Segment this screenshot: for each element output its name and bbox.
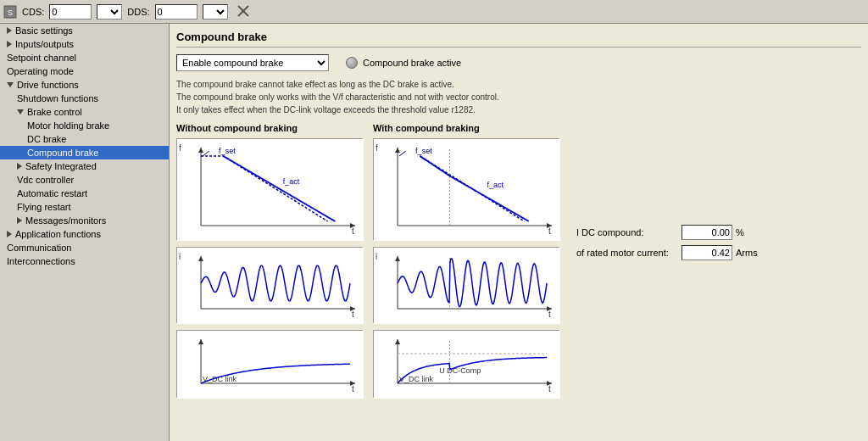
- sidebar-item-basic-settings[interactable]: Basic settings: [0, 24, 169, 37]
- info-line-2: The compound brake only works with the V…: [176, 91, 861, 103]
- sidebar-label: Flying restart: [17, 202, 71, 212]
- info-line-1: The compound brake cannot take effect as…: [176, 78, 861, 91]
- cds-label: CDS:: [22, 7, 44, 17]
- sidebar-item-vdc-controller[interactable]: Vdc controller: [0, 173, 169, 187]
- dds-label: DDS:: [127, 7, 149, 17]
- info-line-3: It only takes effect when the DC-link vo…: [176, 103, 861, 116]
- param-input-1[interactable]: [682, 225, 732, 240]
- sidebar-label: Safety Integrated: [25, 161, 97, 171]
- right-chart-title: With compound braking: [373, 123, 559, 133]
- right-i-chart: [373, 247, 559, 323]
- sidebar-item-motor-holding-brake[interactable]: Motor holding brake: [0, 119, 169, 132]
- param-row-2: of rated motor current: Arms: [576, 245, 761, 260]
- sidebar-label: Automatic restart: [17, 188, 87, 198]
- toolbar: S CDS: DDS:: [0, 0, 868, 24]
- triangle-icon: [7, 27, 12, 34]
- sidebar-label: Shutdown functions: [17, 93, 98, 103]
- toolbar-icon: S: [3, 5, 17, 19]
- sidebar-label: Messages/monitors: [25, 215, 106, 226]
- sidebar-item-operating-mode[interactable]: Operating mode: [0, 64, 169, 78]
- sidebar-label: Compound brake: [27, 148, 98, 158]
- sidebar-label: Application functions: [15, 229, 101, 239]
- left-chart-title: Without compound braking: [176, 123, 363, 133]
- sidebar-label: Inputs/outputs: [15, 39, 74, 49]
- param-label-2: of rated motor current:: [576, 248, 678, 258]
- tools-icon: [236, 4, 250, 20]
- sidebar-label: Interconnections: [7, 256, 75, 266]
- right-chart-group: With compound braking: [373, 123, 559, 398]
- sidebar-label: Drive functions: [17, 80, 79, 90]
- sidebar-item-dc-brake[interactable]: DC brake: [0, 132, 169, 146]
- triangle-icon: [17, 163, 22, 170]
- sidebar-label: Setpoint channel: [7, 53, 76, 63]
- sidebar-item-communication[interactable]: Communication: [0, 241, 169, 254]
- triangle-icon: [17, 109, 24, 114]
- sidebar-label: Basic settings: [15, 25, 73, 36]
- sidebar-item-flying-restart[interactable]: Flying restart: [0, 200, 169, 214]
- sidebar-item-safety-integrated[interactable]: Safety Integrated: [0, 159, 169, 173]
- enable-compound-brake-control: Enable compound brake: [176, 54, 329, 71]
- left-f-chart: [176, 138, 363, 240]
- sidebar-label: Communication: [7, 243, 71, 253]
- enable-compound-brake-select[interactable]: Enable compound brake: [176, 54, 329, 71]
- param-input-2[interactable]: [682, 245, 732, 260]
- sidebar-item-messages-monitors[interactable]: Messages/monitors: [0, 214, 169, 227]
- page-title: Compound brake: [176, 31, 861, 47]
- sidebar-item-shutdown-functions[interactable]: Shutdown functions: [0, 92, 169, 105]
- dds-select[interactable]: [203, 4, 228, 20]
- left-chart-group: Without compound braking: [176, 123, 363, 398]
- sidebar-item-inputs-outputs[interactable]: Inputs/outputs: [0, 37, 169, 51]
- param-row-1: I DC compound: %: [576, 225, 761, 240]
- sidebar-label: Operating mode: [7, 66, 74, 76]
- sidebar-item-setpoint-channel[interactable]: Setpoint channel: [0, 51, 169, 64]
- sidebar-label: Brake control: [27, 107, 82, 117]
- cds-select[interactable]: [97, 4, 122, 20]
- triangle-icon: [7, 231, 12, 237]
- cds-input[interactable]: [49, 4, 92, 20]
- param-unit-2: Arms: [736, 248, 761, 258]
- status-label: Compound brake active: [363, 58, 461, 68]
- compound-brake-status: Compound brake active: [346, 57, 461, 69]
- left-i-chart: [176, 247, 363, 323]
- app-icon: S: [3, 5, 17, 19]
- triangle-icon: [7, 41, 12, 47]
- left-vdc-chart: [176, 330, 363, 398]
- content-area: Compound brake Enable compound brake Com…: [170, 24, 868, 441]
- param-unit-1: %: [736, 227, 761, 237]
- param-panel: I DC compound: % of rated motor current:…: [570, 123, 761, 260]
- info-text: The compound brake cannot take effect as…: [176, 78, 861, 116]
- right-vdc-chart: [373, 330, 559, 398]
- sidebar-item-drive-functions[interactable]: Drive functions: [0, 78, 169, 92]
- sidebar-label: Motor holding brake: [27, 120, 109, 131]
- param-label-1: I DC compound:: [576, 227, 678, 237]
- dds-input[interactable]: [155, 4, 198, 20]
- sidebar-item-automatic-restart[interactable]: Automatic restart: [0, 187, 169, 200]
- sidebar-item-brake-control[interactable]: Brake control: [0, 105, 169, 119]
- triangle-icon: [7, 82, 14, 87]
- sidebar-item-interconnections[interactable]: Interconnections: [0, 254, 169, 268]
- sidebar-item-application-functions[interactable]: Application functions: [0, 227, 169, 241]
- sidebar: Basic settings Inputs/outputs Setpoint c…: [0, 24, 170, 441]
- right-f-chart: [373, 138, 559, 240]
- svg-text:S: S: [8, 8, 13, 17]
- sidebar-label: Vdc controller: [17, 175, 74, 185]
- sidebar-label: DC brake: [27, 134, 66, 144]
- triangle-icon: [17, 217, 22, 224]
- status-led: [346, 57, 358, 69]
- sidebar-item-compound-brake[interactable]: Compound brake: [0, 146, 169, 159]
